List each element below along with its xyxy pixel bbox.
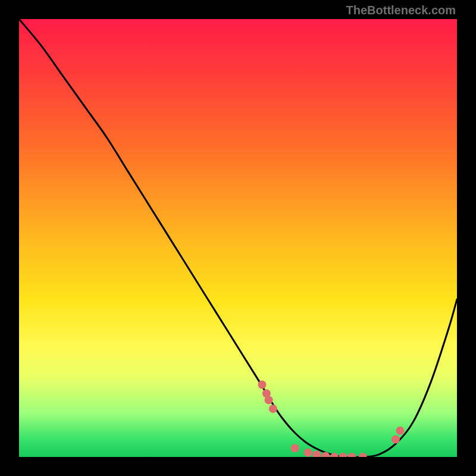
data-marker	[304, 449, 312, 457]
attribution-text: TheBottleneck.com	[346, 4, 456, 17]
curve-line	[19, 19, 457, 457]
marker-group	[258, 381, 404, 457]
data-marker	[347, 453, 356, 457]
data-marker	[330, 453, 339, 457]
data-marker	[339, 453, 347, 457]
chart-svg	[19, 19, 457, 457]
data-marker	[269, 405, 277, 413]
data-marker	[312, 450, 321, 457]
data-marker	[392, 436, 400, 444]
data-marker	[265, 396, 273, 404]
data-marker	[291, 444, 299, 452]
chart-stage: TheBottleneck.com	[0, 0, 476, 476]
data-marker	[396, 427, 404, 435]
plot-area	[19, 19, 457, 457]
data-marker	[258, 381, 266, 389]
data-marker	[359, 453, 367, 457]
